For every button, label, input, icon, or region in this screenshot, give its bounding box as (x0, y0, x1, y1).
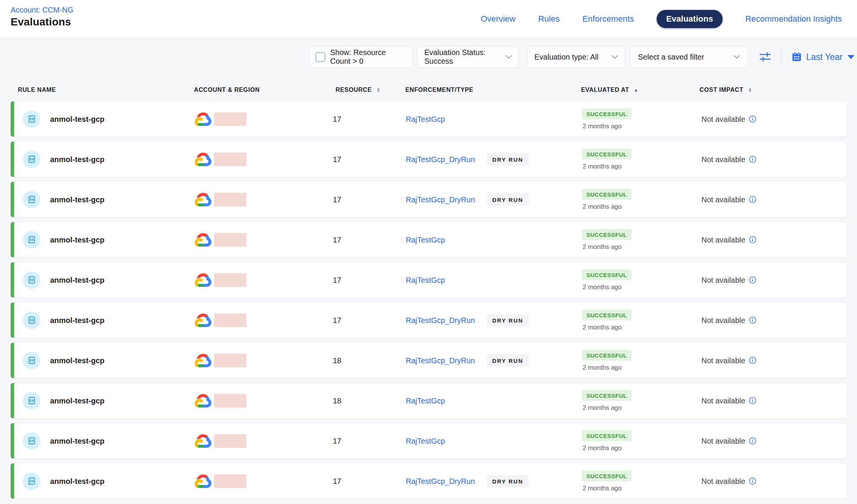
resource-count: 17 (333, 276, 341, 284)
filter-settings-button[interactable] (756, 46, 774, 68)
nav-tab-evaluations[interactable]: Evaluations (657, 10, 722, 28)
enforcement-link[interactable]: RajTestGcp_DryRun (406, 155, 475, 164)
enforcement-link[interactable]: RajTestGcp (406, 436, 445, 445)
gcp-cloud-icon (195, 313, 211, 327)
rule-icon (23, 352, 40, 369)
rule-icon (23, 312, 40, 329)
rule-icon (23, 191, 40, 208)
info-icon[interactable] (749, 437, 756, 445)
info-icon[interactable] (749, 115, 756, 123)
info-icon[interactable] (749, 236, 756, 244)
info-icon[interactable] (749, 276, 756, 284)
info-icon[interactable] (749, 317, 756, 324)
status-badge: SUCCESSFUL (582, 390, 632, 401)
chevron-down-icon (612, 55, 618, 59)
rule-icon (23, 151, 40, 168)
redacted-account-id (214, 112, 246, 126)
evaluated-at-cell: SUCCESSFUL 2 months ago (582, 390, 632, 411)
nav-tab-overview[interactable]: Overview (480, 14, 515, 24)
rule-icon (23, 110, 40, 128)
gcp-cloud-icon (195, 354, 211, 367)
rule-name: anmol-test-gcp (50, 276, 104, 284)
enforcement-link[interactable]: RajTestGcp_DryRun (406, 316, 475, 324)
enforcement-link[interactable]: RajTestGcp (406, 115, 445, 123)
column-header-resource[interactable]: RESOURCE (336, 87, 381, 93)
status-badge: SUCCESSFUL (582, 148, 632, 159)
table-row[interactable]: anmol-test-gcp 18 RajTestGcp_DryRun DRY … (10, 342, 847, 378)
cost-impact-text: Not available (701, 276, 745, 284)
cost-impact-cell: Not available (701, 396, 756, 405)
redacted-account-id (214, 434, 246, 448)
enforcement-link[interactable]: RajTestGcp (406, 235, 445, 244)
table-row[interactable]: anmol-test-gcp 17 RajTestGcp SUCCESSFUL … (10, 262, 847, 298)
resource-count-checkbox[interactable] (315, 52, 325, 62)
chevron-down-icon (734, 55, 740, 59)
enforcement-link[interactable]: RajTestGcp_DryRun (406, 477, 475, 485)
evaluated-time: 2 months ago (582, 203, 622, 210)
date-range-selector[interactable]: Last Year (791, 46, 854, 68)
evaluation-type-dropdown[interactable]: Evaluation type: All (527, 46, 625, 68)
account-breadcrumb[interactable]: Account: CCM-NG (11, 6, 74, 14)
evaluated-time: 2 months ago (582, 323, 622, 331)
evaluated-at-cell: SUCCESSFUL 2 months ago (582, 189, 632, 210)
cost-impact-cell: Not available (701, 316, 756, 324)
info-icon[interactable] (749, 156, 756, 163)
cost-impact-cell: Not available (701, 115, 756, 123)
dry-run-badge: DRY RUN (487, 475, 529, 487)
evaluated-time: 2 months ago (582, 404, 622, 411)
sort-icon[interactable] (748, 87, 753, 93)
cost-impact-cell: Not available (701, 155, 756, 164)
gcp-cloud-icon (195, 273, 211, 287)
evaluated-time: 2 months ago (582, 122, 622, 130)
nav-tab-recommendation-insights[interactable]: Recommendation Insights (745, 14, 842, 24)
evaluated-at-cell: SUCCESSFUL 2 months ago (582, 108, 632, 130)
evaluation-status-dropdown[interactable]: Evaluation Status: Success (417, 46, 519, 68)
cost-impact-text: Not available (701, 195, 745, 204)
table-row[interactable]: anmol-test-gcp 17 RajTestGcp_DryRun DRY … (10, 302, 847, 338)
table-row[interactable]: anmol-test-gcp 17 RajTestGcp_DryRun DRY … (10, 181, 847, 217)
table-row[interactable]: anmol-test-gcp 17 RajTestGcp_DryRun DRY … (10, 141, 847, 177)
info-icon[interactable] (749, 397, 756, 405)
table-row[interactable]: anmol-test-gcp 17 RajTestGcp_DryRun DRY … (10, 463, 847, 499)
rule-icon (23, 271, 40, 289)
info-icon[interactable] (749, 477, 756, 485)
column-header-cost-impact[interactable]: COST IMPACT (699, 87, 752, 93)
evaluated-time: 2 months ago (582, 243, 622, 250)
page-title: Evaluations (11, 16, 71, 28)
table-row[interactable]: anmol-test-gcp 17 RajTestGcp SUCCESSFUL … (10, 101, 847, 137)
resource-count: 17 (333, 436, 341, 445)
table-row[interactable]: anmol-test-gcp 17 RajTestGcp SUCCESSFUL … (10, 423, 847, 459)
resource-count: 17 (333, 155, 341, 164)
column-header-evaluated-at[interactable]: EVALUATED AT (581, 87, 638, 93)
resource-count: 18 (333, 356, 341, 365)
cost-impact-cell: Not available (701, 477, 756, 485)
gcp-cloud-icon (195, 474, 211, 488)
rule-icon (23, 231, 40, 249)
info-icon[interactable] (749, 196, 756, 203)
saved-filter-dropdown[interactable]: Select a saved filter (630, 46, 748, 68)
evaluated-at-cell: SUCCESSFUL 2 months ago (582, 350, 632, 371)
enforcement-link[interactable]: RajTestGcp_DryRun (406, 356, 475, 365)
cost-impact-text: Not available (701, 115, 745, 123)
enforcement-link[interactable]: RajTestGcp (406, 276, 445, 284)
dry-run-badge: DRY RUN (487, 314, 529, 326)
nav-tab-rules[interactable]: Rules (538, 14, 559, 24)
enforcement-link[interactable]: RajTestGcp_DryRun (406, 195, 475, 204)
sort-ascending-icon[interactable] (634, 88, 638, 92)
table-row[interactable]: anmol-test-gcp 17 RajTestGcp SUCCESSFUL … (10, 222, 847, 258)
resource-count: 17 (333, 235, 341, 244)
table-row[interactable]: anmol-test-gcp 18 RajTestGcp SUCCESSFUL … (10, 383, 847, 419)
nav-tab-enforcements[interactable]: Enforcements (582, 14, 634, 24)
saved-filter-placeholder: Select a saved filter (638, 53, 704, 61)
cost-impact-text: Not available (701, 235, 745, 244)
cost-impact-cell: Not available (701, 436, 756, 445)
rule-name: anmol-test-gcp (50, 477, 104, 485)
resource-count: 17 (333, 115, 341, 123)
evaluated-at-cell: SUCCESSFUL 2 months ago (582, 229, 632, 250)
info-icon[interactable] (749, 357, 756, 364)
sort-icon[interactable] (376, 87, 381, 93)
redacted-account-id (214, 273, 246, 287)
caret-down-icon (848, 55, 854, 59)
enforcement-link[interactable]: RajTestGcp (406, 396, 445, 405)
resource-count-filter[interactable]: Show: Resource Count > 0 (309, 46, 413, 68)
